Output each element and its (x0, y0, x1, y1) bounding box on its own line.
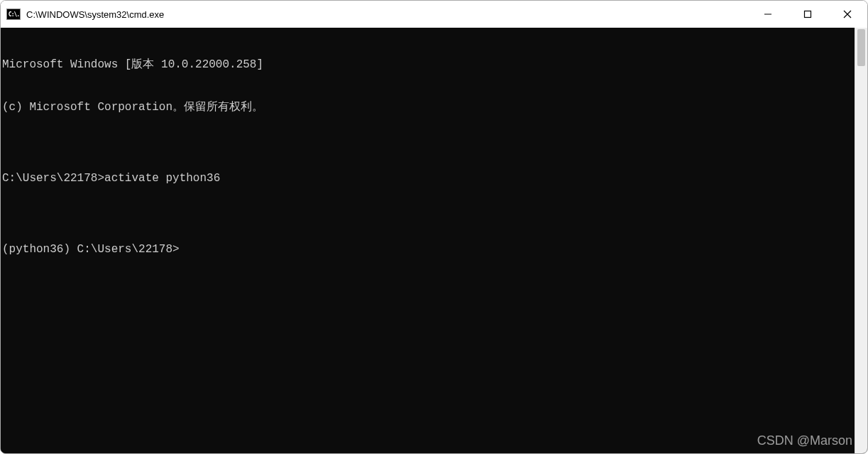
scrollbar-thumb[interactable] (857, 29, 865, 66)
terminal-line: Microsoft Windows [版本 10.0.22000.258] (2, 58, 855, 72)
vertical-scrollbar[interactable] (855, 28, 867, 453)
titlebar[interactable]: C:\. C:\WINDOWS\system32\cmd.exe (1, 1, 867, 28)
content-area: Microsoft Windows [版本 10.0.22000.258] (c… (1, 28, 867, 453)
close-button[interactable] (828, 1, 867, 28)
close-icon (843, 10, 852, 18)
window-title: C:\WINDOWS\system32\cmd.exe (26, 9, 748, 20)
minimize-icon (764, 10, 772, 18)
cmd-window: C:\. C:\WINDOWS\system32\cmd.exe Microso… (0, 0, 868, 454)
maximize-button[interactable] (788, 1, 828, 28)
cmd-icon: C:\. (6, 9, 21, 20)
terminal-output[interactable]: Microsoft Windows [版本 10.0.22000.258] (c… (1, 28, 855, 453)
minimize-button[interactable] (748, 1, 788, 28)
window-controls (748, 1, 867, 28)
svg-rect-1 (805, 11, 811, 18)
terminal-line: (c) Microsoft Corporation。保留所有权利。 (2, 100, 855, 114)
terminal-line: (python36) C:\Users\22178> (2, 242, 855, 256)
terminal-line: C:\Users\22178>activate python36 (2, 171, 855, 185)
maximize-icon (803, 10, 812, 18)
